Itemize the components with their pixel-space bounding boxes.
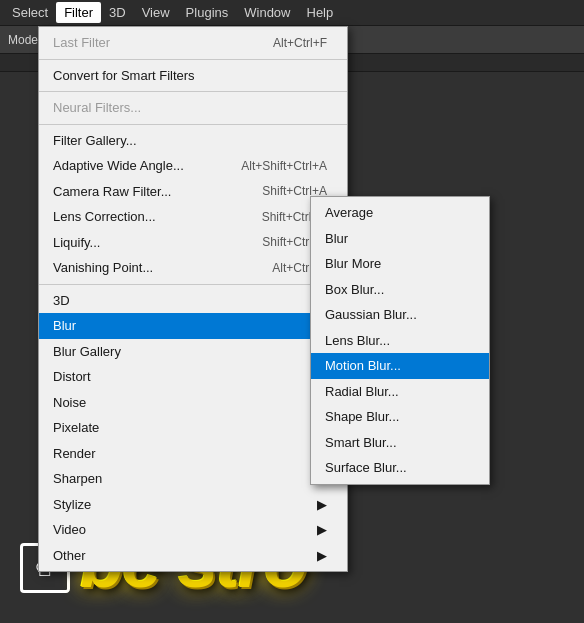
- submenu-item-box-blur[interactable]: Box Blur...: [311, 277, 489, 303]
- menu-item-3d[interactable]: 3D ▶: [39, 288, 347, 314]
- filter-dropdown-menu: Last Filter Alt+Ctrl+F Convert for Smart…: [38, 26, 348, 572]
- submenu-item-gaussian-blur[interactable]: Gaussian Blur...: [311, 302, 489, 328]
- menu-item-stylize[interactable]: Stylize ▶: [39, 492, 347, 518]
- menu-window[interactable]: Window: [236, 2, 298, 23]
- menu-plugins[interactable]: Plugins: [178, 2, 237, 23]
- menu-filter[interactable]: Filter: [56, 2, 101, 23]
- menu-item-sharpen[interactable]: Sharpen ▶: [39, 466, 347, 492]
- menu-item-blur[interactable]: Blur ▶: [39, 313, 347, 339]
- menu-item-noise[interactable]: Noise ▶: [39, 390, 347, 416]
- menu-item-adaptive-wide-angle[interactable]: Adaptive Wide Angle... Alt+Shift+Ctrl+A: [39, 153, 347, 179]
- submenu-item-motion-blur[interactable]: Motion Blur...: [311, 353, 489, 379]
- menu-item-liquify[interactable]: Liquify... Shift+Ctrl+X: [39, 230, 347, 256]
- submenu-item-lens-blur[interactable]: Lens Blur...: [311, 328, 489, 354]
- menu-item-blur-gallery[interactable]: Blur Gallery ▶: [39, 339, 347, 365]
- submenu-item-surface-blur[interactable]: Surface Blur...: [311, 455, 489, 481]
- menu-item-video[interactable]: Video ▶: [39, 517, 347, 543]
- menu-view[interactable]: View: [134, 2, 178, 23]
- menu-item-distort[interactable]: Distort ▶: [39, 364, 347, 390]
- arrow-icon-stylize: ▶: [317, 495, 327, 515]
- menu-item-render[interactable]: Render ▶: [39, 441, 347, 467]
- separator-3: [39, 124, 347, 125]
- menu-item-vanishing-point[interactable]: Vanishing Point... Alt+Ctrl+V: [39, 255, 347, 281]
- blur-submenu: Average Blur Blur More Box Blur... Gauss…: [310, 196, 490, 485]
- submenu-item-blur[interactable]: Blur: [311, 226, 489, 252]
- menu-item-lens-correction[interactable]: Lens Correction... Shift+Ctrl+R: [39, 204, 347, 230]
- menu-item-filter-gallery[interactable]: Filter Gallery...: [39, 128, 347, 154]
- menu-help[interactable]: Help: [299, 2, 342, 23]
- separator-1: [39, 59, 347, 60]
- arrow-icon-video: ▶: [317, 520, 327, 540]
- separator-4: [39, 284, 347, 285]
- submenu-item-radial-blur[interactable]: Radial Blur...: [311, 379, 489, 405]
- menu-item-last-filter[interactable]: Last Filter Alt+Ctrl+F: [39, 30, 347, 56]
- mode-indicator: Mode: [8, 33, 38, 47]
- submenu-item-smart-blur[interactable]: Smart Blur...: [311, 430, 489, 456]
- submenu-item-shape-blur[interactable]: Shape Blur...: [311, 404, 489, 430]
- separator-2: [39, 91, 347, 92]
- arrow-icon-other: ▶: [317, 546, 327, 566]
- menubar: Select Filter 3D View Plugins Window Hel…: [0, 0, 584, 26]
- menu-item-camera-raw-filter[interactable]: Camera Raw Filter... Shift+Ctrl+A: [39, 179, 347, 205]
- menu-3d[interactable]: 3D: [101, 2, 134, 23]
- menu-select[interactable]: Select: [4, 2, 56, 23]
- submenu-item-average[interactable]: Average: [311, 200, 489, 226]
- submenu-item-blur-more[interactable]: Blur More: [311, 251, 489, 277]
- menu-item-pixelate[interactable]: Pixelate ▶: [39, 415, 347, 441]
- menu-item-neural-filters[interactable]: Neural Filters...: [39, 95, 347, 121]
- menu-item-other[interactable]: Other ▶: [39, 543, 347, 569]
- menu-item-convert-smart-filters[interactable]: Convert for Smart Filters: [39, 63, 347, 89]
